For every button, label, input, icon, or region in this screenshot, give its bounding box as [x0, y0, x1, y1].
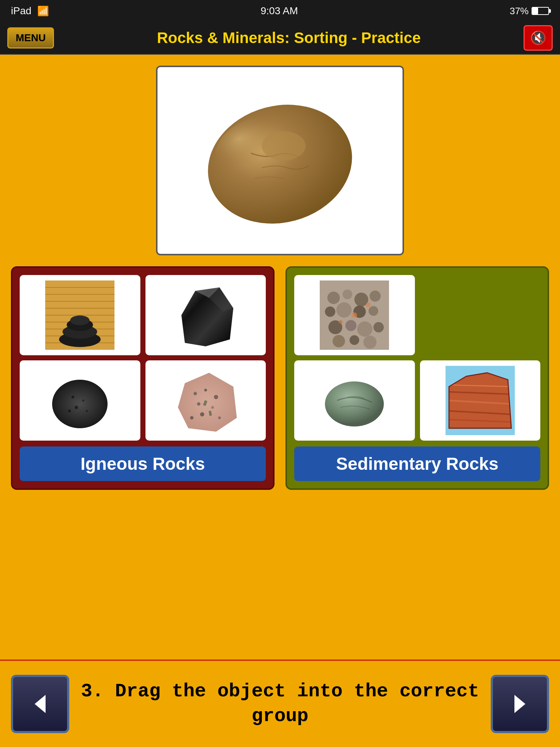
svg-point-30 — [194, 392, 197, 395]
svg-marker-71 — [35, 695, 46, 713]
svg-point-32 — [214, 395, 218, 399]
svg-point-56 — [363, 336, 377, 349]
svg-point-31 — [204, 389, 207, 392]
svg-point-52 — [357, 321, 373, 337]
time-display: 9:03 AM — [261, 5, 298, 17]
svg-point-35 — [200, 412, 204, 416]
svg-point-37 — [190, 416, 194, 420]
svg-point-53 — [374, 322, 384, 333]
svg-point-22 — [52, 380, 108, 428]
svg-point-47 — [337, 302, 352, 318]
battery-percent: 37% — [510, 5, 529, 17]
specimen-rock-image — [189, 88, 371, 233]
sedimentary-label: Sedimentary Rocks — [294, 446, 540, 481]
igneous-label: Igneous Rocks — [20, 446, 266, 481]
svg-marker-72 — [514, 695, 525, 713]
svg-point-54 — [332, 335, 345, 347]
svg-point-16 — [70, 316, 90, 325]
svg-point-24 — [82, 399, 85, 402]
next-arrow-icon — [505, 689, 534, 719]
igneous-rock-3 — [20, 360, 140, 441]
igneous-rock-1 — [20, 275, 140, 355]
svg-point-33 — [197, 402, 201, 406]
sedimentary-rock-4 — [420, 360, 541, 441]
svg-point-55 — [350, 335, 359, 345]
svg-point-26 — [86, 410, 88, 412]
svg-point-23 — [71, 396, 74, 399]
svg-point-27 — [68, 410, 71, 413]
specimen-container[interactable] — [156, 66, 404, 255]
igneous-rock-grid — [20, 275, 266, 441]
categories-container: Igneous Rocks — [11, 266, 549, 490]
svg-point-2 — [262, 131, 306, 160]
igneous-rock-4 — [145, 360, 266, 441]
device-label: iPad — [11, 5, 31, 17]
sedimentary-rock-grid — [294, 275, 540, 441]
sedimentary-rock-1 — [294, 275, 415, 355]
main-content: Igneous Rocks — [0, 55, 560, 659]
speaker-icon: 🔇 — [530, 30, 547, 46]
igneous-rock-2 — [145, 275, 266, 355]
svg-point-43 — [343, 290, 353, 299]
prev-button[interactable] — [11, 675, 69, 733]
sedimentary-category-box[interactable]: Sedimentary Rocks — [285, 266, 549, 490]
svg-point-61 — [325, 382, 384, 427]
header-title: Rocks & Minerals: Sorting - Practice — [54, 29, 524, 47]
svg-point-46 — [325, 306, 336, 317]
sedimentary-rock-2-empty — [420, 275, 541, 355]
svg-point-34 — [211, 406, 214, 409]
svg-point-58 — [339, 320, 343, 324]
app-header: MENU Rocks & Minerals: Sorting - Practic… — [0, 22, 560, 55]
menu-button[interactable]: MENU — [7, 27, 54, 49]
battery-bar — [532, 7, 549, 15]
svg-point-49 — [369, 306, 378, 316]
next-button[interactable] — [491, 675, 549, 733]
svg-point-57 — [352, 312, 357, 318]
svg-point-59 — [366, 302, 371, 307]
svg-point-25 — [75, 406, 78, 409]
prev-arrow-icon — [26, 689, 55, 719]
svg-point-51 — [346, 320, 357, 331]
wifi-icon: 📶 — [37, 5, 49, 17]
sedimentary-rock-3 — [294, 360, 415, 441]
status-bar: iPad 📶 9:03 AM 37% — [0, 0, 560, 22]
instruction-bar: 3. Drag the object into the correct grou… — [0, 659, 560, 747]
svg-point-36 — [218, 417, 221, 419]
svg-point-42 — [327, 291, 340, 304]
igneous-category-box[interactable]: Igneous Rocks — [11, 266, 275, 490]
instruction-text: 3. Drag the object into the correct grou… — [69, 679, 491, 728]
sound-button[interactable]: 🔇 — [524, 25, 553, 51]
svg-point-45 — [370, 291, 381, 302]
